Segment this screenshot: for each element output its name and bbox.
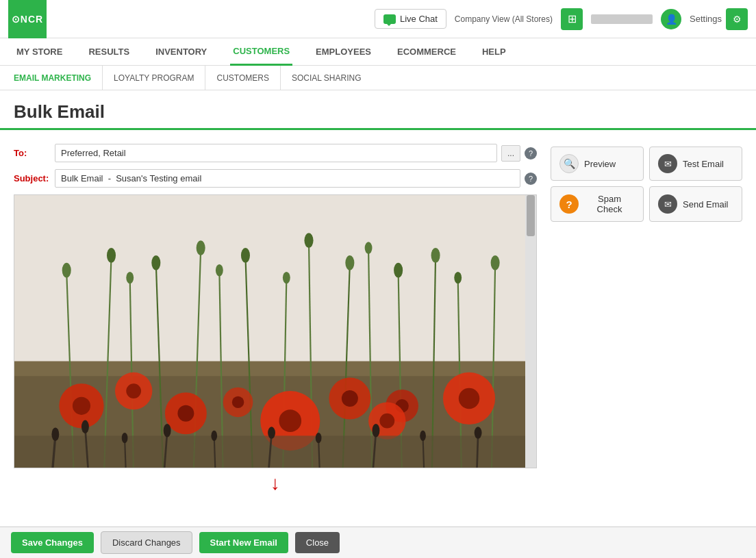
preview-label: Preview xyxy=(584,159,616,169)
svg-point-23 xyxy=(216,264,223,276)
preview-button[interactable]: 🔍 Preview xyxy=(551,147,644,181)
svg-point-26 xyxy=(304,233,313,248)
send-mail-icon: ✉ xyxy=(658,194,677,214)
svg-point-25 xyxy=(283,272,290,283)
svg-point-20 xyxy=(126,272,134,283)
main-nav: MY STORE RESULTS INVENTORY CUSTOMERS EMP… xyxy=(0,38,756,66)
svg-point-67 xyxy=(268,427,275,438)
svg-rect-51 xyxy=(14,435,536,468)
question-icon: ? xyxy=(559,194,579,214)
nav-my-store[interactable]: MY STORE xyxy=(14,38,65,66)
nav-inventory[interactable]: INVENTORY xyxy=(153,38,210,66)
spam-check-label: Spam Check xyxy=(584,194,635,214)
svg-point-22 xyxy=(197,240,205,255)
to-ellipsis-button[interactable]: ... xyxy=(501,145,520,162)
right-panel: 🔍 Preview ✉ Test Email ? Spam Check ✉ Se… xyxy=(551,144,742,498)
email-image xyxy=(14,195,536,468)
to-input-wrap: ... ? xyxy=(55,144,537,162)
subnav-customers[interactable]: CUSTOMERS xyxy=(205,66,280,90)
live-chat-label: Live Chat xyxy=(400,14,438,24)
user-icon[interactable]: 👤 xyxy=(661,9,681,29)
subnav-loyalty-program[interactable]: LOYALTY PROGRAM xyxy=(103,66,205,90)
svg-point-46 xyxy=(459,388,479,409)
search-icon: 🔍 xyxy=(559,154,579,173)
svg-point-66 xyxy=(211,431,217,441)
svg-point-28 xyxy=(365,242,373,253)
save-changes-button[interactable]: Save Changes xyxy=(11,532,94,553)
svg-point-48 xyxy=(232,396,244,408)
subject-row: Subject: ? xyxy=(14,169,537,188)
nav-results[interactable]: RESULTS xyxy=(86,38,132,66)
svg-point-18 xyxy=(62,263,71,278)
subject-input-wrap: ? xyxy=(55,169,537,188)
spam-check-button[interactable]: ? Spam Check xyxy=(551,186,644,222)
svg-point-63 xyxy=(81,420,89,434)
sub-nav: EMAIL MARKETING LOYALTY PROGRAM CUSTOMER… xyxy=(0,66,756,90)
username-display xyxy=(591,14,653,24)
to-label: To: xyxy=(14,148,55,158)
live-chat-button[interactable]: Live Chat xyxy=(375,9,446,29)
page-title: Bulk Email xyxy=(14,101,742,123)
test-email-button[interactable]: ✉ Test Email xyxy=(649,147,742,181)
svg-point-24 xyxy=(241,248,250,263)
nav-customers[interactable]: CUSTOMERS xyxy=(230,38,292,66)
left-panel: To: ... ? Subject: ? xyxy=(14,144,537,498)
svg-point-69 xyxy=(373,424,380,437)
email-scrollbar[interactable] xyxy=(525,195,536,468)
send-email-label: Send Email xyxy=(683,199,728,210)
send-email-button[interactable]: ✉ Send Email xyxy=(649,186,742,222)
svg-point-30 xyxy=(431,248,440,263)
nav-employees[interactable]: EMPLOYEES xyxy=(313,38,374,66)
subnav-email-marketing[interactable]: EMAIL MARKETING xyxy=(14,66,103,90)
to-help-icon[interactable]: ? xyxy=(525,147,537,160)
grid-icon[interactable]: ⊞ xyxy=(561,8,583,30)
svg-point-19 xyxy=(107,248,116,263)
email-content-wrap[interactable] xyxy=(14,194,537,468)
bottom-bar: Save Changes Discard Changes Start New E… xyxy=(0,527,756,558)
page-title-area: Bulk Email xyxy=(0,90,756,130)
company-view-label: Company View (All Stores) xyxy=(455,14,553,24)
svg-point-34 xyxy=(73,397,90,415)
top-bar: ⊙NCR Live Chat Company View (All Stores)… xyxy=(0,0,756,38)
email-content-area xyxy=(14,194,537,468)
svg-point-31 xyxy=(454,272,462,283)
svg-point-71 xyxy=(475,427,482,438)
scrollbar-thumb[interactable] xyxy=(527,195,535,236)
nav-help[interactable]: HELP xyxy=(479,38,509,66)
settings-button[interactable]: Settings ⚙ xyxy=(690,8,748,30)
svg-point-68 xyxy=(316,433,322,443)
test-email-label: Test Email xyxy=(683,159,724,169)
mail-icon: ✉ xyxy=(658,154,677,173)
main-content: To: ... ? Subject: ? xyxy=(0,130,756,512)
svg-point-64 xyxy=(122,433,128,443)
svg-point-62 xyxy=(51,427,59,441)
svg-point-36 xyxy=(126,383,141,398)
svg-point-42 xyxy=(342,390,358,407)
to-input[interactable] xyxy=(55,144,497,162)
subject-help-icon[interactable]: ? xyxy=(525,173,537,185)
settings-label: Settings xyxy=(690,14,722,24)
subject-input[interactable] xyxy=(55,169,520,188)
svg-point-40 xyxy=(279,409,301,432)
nav-ecommerce[interactable]: ECOMMERCE xyxy=(394,38,459,66)
start-new-email-button[interactable]: Start New Email xyxy=(199,532,288,553)
close-button[interactable]: Close xyxy=(295,532,340,553)
logo-text: ⊙NCR xyxy=(12,14,43,25)
down-arrow-icon: ↓ xyxy=(270,474,280,493)
chat-icon xyxy=(383,14,396,24)
gear-icon: ⚙ xyxy=(726,8,748,30)
to-row: To: ... ? xyxy=(14,144,537,162)
svg-point-21 xyxy=(151,255,160,270)
svg-point-29 xyxy=(394,263,403,278)
discard-changes-button[interactable]: Discard Changes xyxy=(101,531,192,554)
svg-point-38 xyxy=(177,405,194,422)
svg-point-70 xyxy=(420,431,426,441)
svg-point-32 xyxy=(491,255,500,270)
logo: ⊙NCR xyxy=(8,0,47,38)
subject-label: Subject: xyxy=(14,173,55,183)
subnav-social-sharing[interactable]: SOCIAL SHARING xyxy=(281,66,373,90)
svg-point-65 xyxy=(164,424,171,437)
svg-point-50 xyxy=(379,414,394,429)
svg-point-27 xyxy=(345,255,354,270)
arrow-indicator: ↓ xyxy=(14,468,537,498)
